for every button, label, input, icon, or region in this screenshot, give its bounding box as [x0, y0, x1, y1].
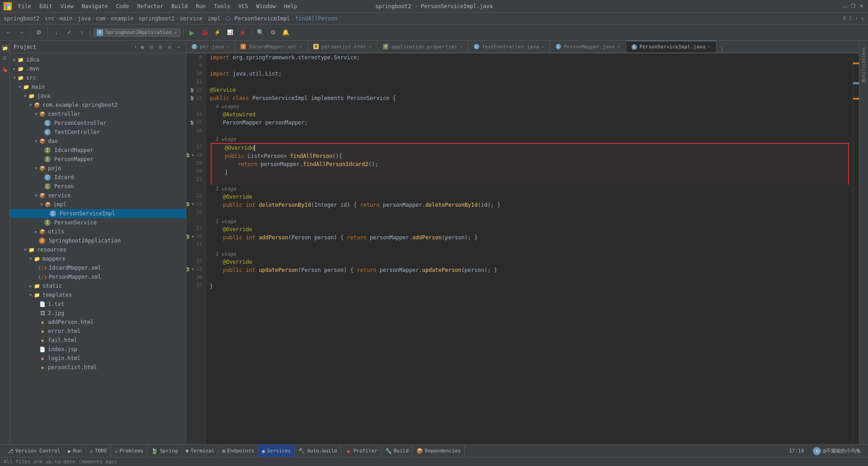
- close-button[interactable]: ✕: [858, 3, 864, 10]
- notifications-vert-tab[interactable]: Notifications: [860, 44, 867, 85]
- tab-idcard-xml[interactable]: X IdcardMapper.xml ×: [235, 41, 308, 52]
- notifications-button[interactable]: 🔔: [280, 27, 292, 38]
- code-area[interactable]: import org.springframework.stereotype.Se…: [206, 53, 853, 444]
- run-button[interactable]: ▶: [186, 27, 198, 38]
- tab-close[interactable]: ×: [460, 44, 462, 49]
- tree-node-addPerson[interactable]: ◈ addPerson.html: [10, 318, 186, 327]
- maximize-button[interactable]: ❐: [850, 3, 856, 10]
- coverage-button[interactable]: ⚡: [212, 27, 223, 38]
- debug-button[interactable]: 🐞: [199, 27, 211, 38]
- tab-personmapper[interactable]: I PersonMapper.java ×: [550, 41, 626, 52]
- menu-build[interactable]: Build: [168, 2, 191, 10]
- gear-icon[interactable]: ⚙: [166, 43, 173, 51]
- tree-node-mappers[interactable]: ▼ 📁 mappers: [10, 254, 186, 263]
- endpoints-tab[interactable]: ⊞ Endpoints: [218, 445, 258, 457]
- settings2-button[interactable]: ⚙: [267, 27, 279, 38]
- tree-node-idca[interactable]: ▶ 📁 idca: [10, 55, 186, 64]
- tree-node-PersonMapper[interactable]: I PersonMapper: [10, 155, 186, 164]
- back-button[interactable]: ←: [3, 27, 14, 38]
- minimize-button[interactable]: —: [842, 3, 848, 10]
- menu-vcs[interactable]: VCS: [235, 2, 252, 10]
- tree-node-pojo[interactable]: ▼ 📦 pojo: [10, 164, 186, 173]
- tree-node-templates[interactable]: ▼ 📁 templates: [10, 290, 186, 300]
- breadcrumb-springboot2[interactable]: springboot2: [139, 15, 175, 22]
- dependencies-tab[interactable]: 📦 Dependencies: [413, 445, 465, 457]
- tree-node-TestController[interactable]: C TestController: [10, 128, 186, 137]
- project-icon[interactable]: 📁: [1, 44, 9, 52]
- tab-personlist[interactable]: H personlist.html ×: [308, 41, 377, 52]
- tree-node-PersonController[interactable]: C PersonController: [10, 119, 186, 128]
- tree-node-service[interactable]: ▼ 📦 service: [10, 191, 186, 200]
- tree-node-Springboot2Application[interactable]: A Springboot2Application: [10, 236, 186, 245]
- tree-node-resources[interactable]: ▼ 📁 resources: [10, 245, 186, 254]
- menu-run[interactable]: Run: [192, 2, 209, 10]
- tree-node-IdcardMapperXml[interactable]: ❮/❯ IdcardMapper.xml: [10, 263, 186, 272]
- tree-node-Idcard[interactable]: C Idcard: [10, 173, 186, 182]
- menu-view[interactable]: View: [57, 2, 77, 10]
- tree-node-main[interactable]: ▼ 📁 main: [10, 82, 186, 91]
- hide-icon[interactable]: —: [175, 43, 182, 51]
- breadcrumb-service[interactable]: service: [179, 15, 203, 22]
- menu-file[interactable]: File: [14, 2, 35, 10]
- terminal-tab[interactable]: ▼ Terminal: [182, 445, 218, 457]
- breadcrumb-src[interactable]: src: [45, 15, 55, 22]
- menu-tools[interactable]: Tools: [210, 2, 234, 10]
- breadcrumb-file[interactable]: ⬡ PersonServiceImpl: [226, 15, 290, 22]
- tree-node-1txt[interactable]: 📄 1.txt: [10, 300, 186, 309]
- profile-button[interactable]: 📊: [224, 27, 236, 38]
- menu-window[interactable]: Window: [253, 2, 279, 10]
- collapse-icon[interactable]: ⊟: [148, 43, 155, 51]
- tree-node-fail[interactable]: ◈ fail.html: [10, 336, 186, 345]
- tab-close[interactable]: ×: [369, 44, 372, 49]
- status-user-avatar[interactable]: U @不服输的小乌龟: [809, 447, 864, 455]
- problems-tab[interactable]: ⚠ Problems: [111, 445, 147, 457]
- tree-node-dao[interactable]: ▼ 📦 dao: [10, 137, 186, 146]
- forward-button[interactable]: →: [15, 27, 27, 38]
- breadcrumb-java[interactable]: java: [78, 15, 91, 22]
- tab-close[interactable]: ×: [299, 44, 302, 49]
- tab-personserviceimpl[interactable]: C PersonServiceImpl.java ×: [626, 41, 717, 52]
- run-tab[interactable]: ▶ Run: [64, 445, 86, 457]
- tree-node-login[interactable]: ◈ login.html: [10, 354, 186, 363]
- menu-navigate[interactable]: Navigate: [78, 2, 112, 10]
- stop-button[interactable]: ■: [237, 27, 249, 38]
- todo-tab[interactable]: ☑ TODO: [86, 445, 111, 457]
- scope-icon[interactable]: ◉: [139, 43, 146, 51]
- tree-node-static[interactable]: ▶ 📁 static: [10, 281, 186, 290]
- tree-node-Person[interactable]: C Person: [10, 182, 186, 191]
- vcs-push-button[interactable]: ↑: [76, 27, 88, 38]
- tab-close[interactable]: ×: [226, 44, 229, 49]
- tree-node-2jpg[interactable]: 🖼 2.jpg: [10, 309, 186, 318]
- tree-node-IdcardMapper[interactable]: I IdcardMapper: [10, 146, 186, 155]
- tree-node-PersonService[interactable]: I PersonService: [10, 218, 186, 227]
- vcs-update-button[interactable]: ↓: [51, 27, 62, 38]
- breadcrumb-com[interactable]: com: [96, 15, 106, 22]
- settings-button[interactable]: ⚙: [33, 27, 45, 38]
- breadcrumb-method[interactable]: findAllPerson: [295, 15, 338, 22]
- tab-per-java[interactable]: C per.java ×: [186, 41, 235, 52]
- menu-edit[interactable]: Edit: [36, 2, 56, 10]
- tree-node-utils[interactable]: ▶ 📦 utils: [10, 227, 186, 236]
- menu-help[interactable]: Help: [280, 2, 301, 10]
- breadcrumb-impl[interactable]: impl: [208, 15, 221, 22]
- run-config-selector[interactable]: A Springboot2Application ▾: [94, 29, 180, 37]
- breadcrumb-main[interactable]: main: [60, 15, 73, 22]
- profiler-tab[interactable]: 🔺 Profiler: [341, 445, 382, 457]
- tab-testcontroller[interactable]: C TestController.java ×: [468, 41, 550, 52]
- tree-node-mvn[interactable]: ▶ 📁 .mvn: [10, 64, 186, 73]
- tree-node-personlist[interactable]: ◈ personlist.html: [10, 363, 186, 372]
- sidebar-dropdown[interactable]: ▾: [134, 44, 137, 49]
- tab-close[interactable]: ×: [542, 44, 544, 49]
- tab-close[interactable]: ×: [708, 44, 711, 49]
- vcs-commit-button[interactable]: ✓: [63, 27, 75, 38]
- tree-node-com[interactable]: ▼ 📦 com.example.springboot2: [10, 100, 186, 109]
- build-tab[interactable]: 🔧 Build: [382, 445, 413, 457]
- structure-icon[interactable]: ☰: [1, 54, 9, 62]
- tree-node-src[interactable]: ▼ 📁 src: [10, 73, 186, 82]
- tab-properties[interactable]: P application.properties ×: [377, 41, 468, 52]
- tree-node-java[interactable]: ▼ 📁 java: [10, 91, 186, 100]
- tree-node-PersonServiceImpl[interactable]: C PersonServiceImpl: [10, 209, 186, 218]
- services-tab[interactable]: ◉ Services: [258, 445, 295, 457]
- tree-node-impl[interactable]: ▼ 📦 impl: [10, 200, 186, 209]
- tree-node-PersonMapperXml[interactable]: ❮/❯ PersonMapper.xml: [10, 272, 186, 281]
